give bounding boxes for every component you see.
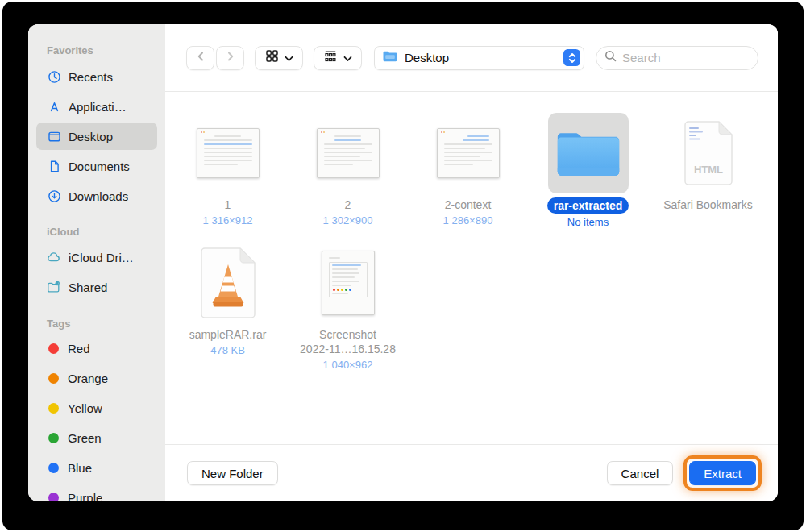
file-item-2[interactable]: 2 1 302×900 [288, 113, 408, 228]
chevron-right-icon [226, 51, 235, 65]
image-thumbnail-icon [437, 113, 500, 193]
search-input[interactable] [622, 51, 750, 64]
sidebar-item-downloads[interactable]: Downloads [36, 182, 157, 210]
sidebar-item-recents[interactable]: Recents [36, 63, 157, 90]
file-item-screenshot[interactable]: Screenshot 2022-11…16.15.28 1 040×962 [288, 243, 408, 371]
sidebar-item-label: Green [68, 431, 102, 445]
sidebar-section-favorites: Favorites [36, 44, 157, 58]
blue-tag-icon [48, 463, 59, 473]
sidebar-section-tags: Tags [36, 317, 157, 331]
svg-text:HTML: HTML [693, 164, 722, 176]
desktop-icon [47, 129, 61, 143]
highlight-ring: Extract [683, 455, 762, 491]
forward-button[interactable] [216, 46, 244, 70]
sidebar-item-label: Documents [69, 160, 130, 173]
cloud-icon [47, 250, 61, 264]
html-file-icon: HTML [683, 113, 733, 193]
download-circle-icon [47, 189, 61, 203]
rar-file-icon [200, 243, 256, 323]
image-thumbnail-icon [317, 113, 380, 193]
file-item-samplerar[interactable]: sampleRAR.rar 478 KB [168, 243, 288, 371]
sidebar-item-label: Purple [68, 491, 102, 502]
cancel-button[interactable]: Cancel [607, 461, 674, 485]
app-store-icon [47, 99, 61, 114]
icon-view-button[interactable] [255, 46, 303, 70]
folder-icon [382, 50, 398, 66]
file-row: 1 1 316×912 [168, 113, 778, 228]
document-icon [47, 159, 61, 173]
file-dimensions: 1 286×890 [443, 214, 493, 227]
image-thumbnail-icon [322, 243, 375, 323]
location-label: Desktop [405, 51, 563, 64]
sidebar-item-label: Yellow [68, 401, 102, 415]
green-tag-icon [48, 433, 59, 443]
folder-icon [548, 113, 629, 193]
sidebar: Favorites Recents Applicati… Desktop [28, 24, 165, 501]
red-tag-icon [48, 343, 59, 354]
location-dropdown[interactable]: Desktop [374, 46, 584, 70]
sidebar-item-label: Red [68, 342, 90, 355]
chevron-down-icon [343, 51, 352, 65]
file-size: 478 KB [210, 344, 245, 356]
sidebar-item-documents[interactable]: Documents [36, 152, 157, 180]
shared-folder-icon [47, 280, 61, 294]
file-name: Screenshot [319, 327, 376, 342]
yellow-tag-icon [48, 403, 59, 414]
open-panel-dialog: Favorites Recents Applicati… Desktop [28, 24, 778, 501]
file-name: rar-extracted [547, 197, 629, 214]
chevron-down-icon [285, 51, 293, 65]
new-folder-button[interactable]: New Folder [187, 461, 278, 485]
file-item-2-context[interactable]: 2-context 1 286×890 [408, 113, 528, 228]
main-area: Desktop [165, 24, 778, 501]
file-row: sampleRAR.rar 478 KB [168, 243, 778, 371]
file-name: 1 [225, 197, 231, 212]
folder-item-count: No items [567, 216, 609, 228]
file-name: 2-context [445, 197, 492, 212]
orange-tag-icon [48, 373, 59, 384]
toolbar: Desktop [165, 24, 778, 91]
sidebar-item-label: Recents [69, 70, 113, 84]
sidebar-item-label: Desktop [69, 130, 113, 143]
file-name-line2: 2022-11…16.15.28 [300, 342, 396, 356]
file-name: sampleRAR.rar [189, 327, 267, 342]
file-name: Safari Bookmarks [663, 197, 752, 212]
extract-button[interactable]: Extract [689, 461, 756, 485]
file-grid: 1 1 316×912 [165, 92, 778, 444]
screenshot-canvas: Favorites Recents Applicati… Desktop [0, 0, 806, 532]
group-view-button[interactable] [314, 46, 362, 70]
nav-buttons [186, 46, 244, 70]
chevron-left-icon [197, 51, 205, 65]
footer-bar: New Folder Cancel Extract [165, 445, 778, 501]
sidebar-item-icloud-drive[interactable]: iCloud Dri… [36, 243, 157, 271]
sidebar-item-tag-yellow[interactable]: Yellow [36, 394, 157, 422]
file-item-rar-extracted[interactable]: rar-extracted No items [528, 113, 648, 228]
grid-view-icon [265, 49, 279, 66]
sidebar-item-label: iCloud Dri… [69, 251, 134, 264]
sidebar-item-tag-blue[interactable]: Blue [36, 454, 157, 481]
file-item-safari-bookmarks[interactable]: HTML Safari Bookmarks [648, 113, 768, 228]
sidebar-item-desktop[interactable]: Desktop [36, 123, 157, 150]
sidebar-item-tag-purple[interactable]: Purple [36, 484, 157, 501]
sidebar-item-label: Downloads [69, 189, 128, 203]
sidebar-item-applications[interactable]: Applicati… [36, 93, 157, 120]
file-dimensions: 1 302×900 [323, 214, 373, 227]
group-view-icon [323, 50, 338, 66]
sidebar-item-tag-orange[interactable]: Orange [36, 364, 157, 392]
sidebar-section-icloud: iCloud [36, 225, 157, 239]
sidebar-item-tag-red[interactable]: Red [36, 335, 157, 362]
sidebar-item-label: Blue [68, 461, 92, 475]
sidebar-item-label: Orange [68, 372, 108, 385]
sidebar-item-shared[interactable]: Shared [36, 273, 157, 301]
file-name: 2 [345, 197, 351, 212]
sidebar-item-label: Shared [69, 281, 107, 294]
clock-icon [47, 69, 61, 84]
search-icon [604, 50, 617, 65]
back-button[interactable] [186, 46, 214, 70]
sidebar-item-label: Applicati… [69, 100, 127, 114]
file-item-1[interactable]: 1 1 316×912 [168, 113, 288, 228]
search-field[interactable] [596, 46, 758, 70]
purple-tag-icon [48, 493, 59, 502]
sidebar-item-tag-green[interactable]: Green [36, 424, 157, 451]
up-down-stepper-icon [563, 49, 580, 66]
file-dimensions: 1 316×912 [203, 214, 253, 227]
